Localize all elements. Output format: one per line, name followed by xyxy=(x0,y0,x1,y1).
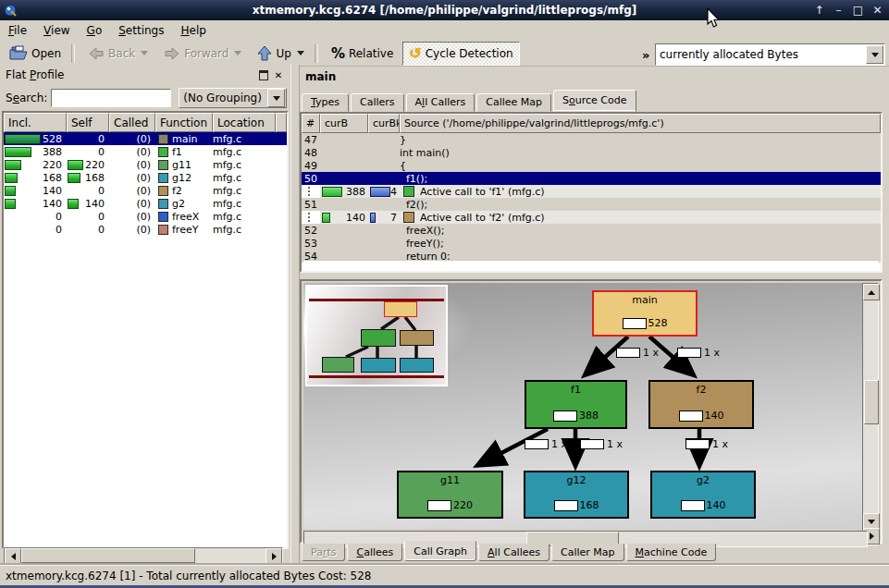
edge-label-main-f1[interactable]: 1 x xyxy=(616,347,659,359)
relative-button[interactable]: % Relative xyxy=(325,42,400,66)
active-call-row[interactable]: 1407Active call to 'f2' (mfg.c) xyxy=(302,211,881,224)
self-cost-bar xyxy=(68,160,83,170)
function-row-freeX[interactable]: 00(0)freeXmfg.c xyxy=(4,210,287,223)
event-type-dropdown-button[interactable] xyxy=(866,45,883,64)
source-line-47[interactable]: 47} xyxy=(302,133,881,146)
up-dropdown-icon[interactable] xyxy=(297,51,304,55)
back-arrow-icon xyxy=(88,46,105,61)
back-button[interactable]: Back xyxy=(81,42,154,66)
incl-value: 140 xyxy=(43,185,62,197)
panel-splitter[interactable] xyxy=(290,65,300,566)
graph-node-g2[interactable]: g2140 xyxy=(650,471,756,519)
tab-callees[interactable]: Callees xyxy=(347,544,402,561)
minimize-button[interactable]: – xyxy=(831,3,846,18)
tab-caller-map[interactable]: Caller Map xyxy=(551,544,624,561)
edge-label-main-f2[interactable]: 1 x xyxy=(677,347,720,359)
menu-item-file[interactable]: File xyxy=(0,22,35,39)
graph-node-f2[interactable]: f2140 xyxy=(648,380,754,429)
scroll-right-button[interactable] xyxy=(265,548,282,565)
column-header-incl[interactable]: Incl. xyxy=(4,113,67,132)
keep-above-button[interactable]: ↑ xyxy=(811,3,827,18)
source-hscrollbar-track[interactable] xyxy=(303,260,879,269)
function-row-g12[interactable]: 168168(0)g12mfg.c xyxy=(4,171,287,184)
percent-icon: % xyxy=(331,45,345,62)
cycle-detection-button[interactable]: ↺ Cycle Detection xyxy=(402,42,519,66)
source-column-header-curbk[interactable]: curBk xyxy=(368,114,400,133)
curbk-cell xyxy=(368,237,400,250)
graph-node-f1[interactable]: f1388 xyxy=(525,380,627,429)
grouping-combobox[interactable]: (No Grouping) xyxy=(179,88,287,108)
search-input[interactable] xyxy=(51,89,171,107)
edge-label-f1-g12[interactable]: 1 x xyxy=(580,438,623,450)
scrollbar-track[interactable] xyxy=(195,548,265,563)
call-indent-icon xyxy=(308,213,311,222)
up-button[interactable]: Up xyxy=(251,42,310,66)
function-row-g11[interactable]: 220220(0)g11mfg.c xyxy=(4,158,287,171)
maximize-button[interactable]: □ xyxy=(850,3,866,18)
call-graph-canvas[interactable]: 1 x1 x1 x1 x1 xmain528f1388f2140g11220g1… xyxy=(303,283,868,529)
grouping-dropdown-button[interactable] xyxy=(267,89,285,107)
title-bar[interactable]: xtmemory.kcg.6274 [/home/philippe/valgri… xyxy=(0,0,889,20)
column-header-function[interactable]: Function xyxy=(155,113,213,132)
curbk-cell: 34 xyxy=(368,185,400,198)
source-line-52[interactable]: 52 freeX(); xyxy=(302,224,881,237)
flat-profile-hscrollbar[interactable] xyxy=(4,547,283,564)
function-row-main[interactable]: 5280(0)mainmfg.c xyxy=(4,132,287,145)
menu-item-view[interactable]: View xyxy=(35,22,78,39)
dock-detach-button[interactable] xyxy=(257,68,270,81)
incl-cost-bar xyxy=(5,134,41,144)
event-type-combobox[interactable]: currently allocated Bytes xyxy=(655,43,885,66)
tab-source-code[interactable]: Source Code xyxy=(553,90,636,112)
source-line-51[interactable]: 51 f2(); xyxy=(302,198,881,211)
incl-cost-bar xyxy=(5,173,18,183)
function-row-f2[interactable]: 1400(0)f2mfg.c xyxy=(4,184,287,197)
source-line-50[interactable]: 50 f1(); xyxy=(302,172,881,185)
source-line-48[interactable]: 48int main() xyxy=(302,146,881,159)
function-row-g2[interactable]: 140140(0)g2mfg.c xyxy=(4,197,287,210)
scroll-up-button[interactable] xyxy=(863,284,880,300)
back-dropdown-icon[interactable] xyxy=(141,51,148,55)
graph-overview-minimap[interactable] xyxy=(305,285,448,386)
open-button[interactable]: Open xyxy=(3,42,68,66)
incl-cell: 528 xyxy=(4,132,67,145)
graph-node-g11[interactable]: g11220 xyxy=(397,471,503,519)
menu-item-settings[interactable]: Settings xyxy=(110,22,172,39)
node-cost-value: 388 xyxy=(579,410,599,422)
menu-item-help[interactable]: Help xyxy=(172,22,214,39)
scroll-left-button[interactable] xyxy=(5,548,21,565)
source-column-header-source[interactable]: Source ('/home/philippe/valgrind/littlep… xyxy=(400,114,881,133)
forward-button[interactable]: Forward xyxy=(157,42,248,66)
flat-profile-table: Incl.SelfCalledFunctionLocation 5280(0)m… xyxy=(2,111,289,549)
function-row-freeY[interactable]: 00(0)freeYmfg.c xyxy=(4,223,287,236)
source-line-53[interactable]: 53 freeY(); xyxy=(302,237,881,250)
scrollbar-thumb[interactable] xyxy=(864,380,879,424)
scrollbar-thumb[interactable] xyxy=(21,548,195,563)
edge-label-f1-g11[interactable]: 1 x xyxy=(525,438,567,450)
active-call-row[interactable]: 38834Active call to 'f1' (mfg.c) xyxy=(302,185,881,198)
tab-all-callees[interactable]: All Callees xyxy=(478,544,549,561)
toolbar-overflow-button[interactable]: » xyxy=(642,48,649,62)
forward-dropdown-icon[interactable] xyxy=(234,51,241,55)
called-cell: (0) xyxy=(109,223,155,236)
source-line-49[interactable]: 49{ xyxy=(302,159,881,172)
dock-close-button[interactable]: ✕ xyxy=(272,68,285,81)
column-header-self[interactable]: Self xyxy=(67,113,109,132)
tab-callee-map[interactable]: Callee Map xyxy=(476,93,551,112)
dock-title-bar[interactable]: Flat Profile ✕ xyxy=(2,67,287,83)
graph-node-main[interactable]: main528 xyxy=(592,290,698,337)
edge-label-f2-g2[interactable]: 1 x xyxy=(685,438,728,450)
close-button[interactable]: ✕ xyxy=(870,3,885,18)
tab-types[interactable]: Types xyxy=(302,93,349,112)
graph-vscrollbar[interactable] xyxy=(862,283,879,545)
menu-item-go[interactable]: Go xyxy=(79,22,111,39)
tab-call-graph[interactable]: Call Graph xyxy=(404,541,476,561)
tab-machine-code[interactable]: Machine Code xyxy=(626,544,717,561)
function-row-f1[interactable]: 3880(0)f1mfg.c xyxy=(4,145,287,158)
column-header-location[interactable]: Location xyxy=(213,113,276,132)
graph-node-g12[interactable]: g12168 xyxy=(524,471,629,519)
source-column-header-curb[interactable]: curB xyxy=(320,114,368,133)
tab-all-callers[interactable]: All Callers xyxy=(406,93,475,112)
source-column-header-line[interactable]: # xyxy=(302,114,320,133)
tab-callers[interactable]: Callers xyxy=(351,93,404,112)
column-header-called[interactable]: Called xyxy=(109,113,155,132)
